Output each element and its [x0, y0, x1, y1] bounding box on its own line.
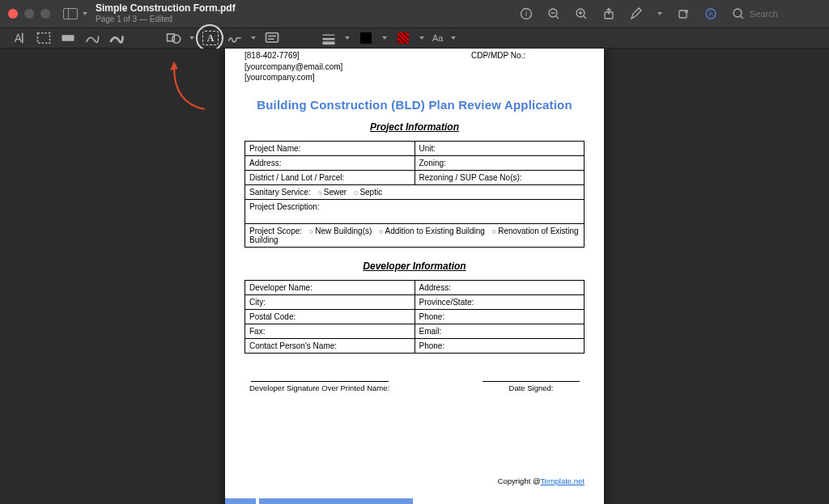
sidebar-dropdown-chevron-icon[interactable]: [83, 12, 87, 15]
search-icon: [732, 7, 745, 20]
label-project-name: Project Name:: [249, 144, 300, 153]
label-description: Project Description:: [249, 202, 320, 211]
sign-tool-icon[interactable]: [227, 31, 243, 45]
signature-line-developer: [251, 381, 389, 382]
copyright-notice: Copyright @Template.net: [498, 476, 585, 485]
rotate-icon[interactable]: [677, 7, 690, 20]
line-weight-icon[interactable]: [321, 31, 337, 45]
titlebar-right-controls: i A: [520, 7, 821, 20]
sidebar-toggle-button[interactable]: [63, 8, 78, 19]
svg-rect-19: [62, 35, 74, 41]
page-footer-decoration: [225, 498, 413, 504]
radio-new-building[interactable]: ○: [309, 227, 313, 235]
project-info-table: Project Name: Unit: Address: Zoning: Dis…: [244, 141, 585, 248]
label-zoning: Zoning:: [419, 159, 446, 167]
highlight-icon[interactable]: A: [704, 7, 717, 20]
label-dev-address: Address:: [419, 283, 451, 292]
label-dev-postal: Postal Code:: [249, 312, 295, 321]
label-dev-phone: Phone:: [419, 312, 445, 321]
font-style-chevron-icon[interactable]: [451, 36, 456, 40]
svg-rect-18: [38, 33, 50, 44]
label-dev-contact: Contact Person's Name:: [249, 341, 337, 350]
document-main-title: Building Construction (BLD) Plan Review …: [244, 98, 585, 112]
label-sig-developer: Developer Signature Over Printed Name:: [249, 383, 389, 392]
shapes-dropdown-chevron-icon[interactable]: [189, 36, 194, 40]
svg-point-14: [733, 9, 742, 17]
text-box-tool[interactable]: A Text: [202, 31, 219, 45]
svg-line-3: [556, 16, 559, 19]
sketch-fill-tool-icon[interactable]: [108, 31, 125, 45]
svg-line-6: [584, 16, 586, 19]
radio-sewer[interactable]: ○: [317, 188, 321, 197]
zoom-window-button[interactable]: [40, 9, 50, 19]
markup-pencil-icon[interactable]: [630, 7, 643, 20]
header-phone: [818-402-7769]: [244, 50, 342, 61]
signature-block: Developer Signature Over Printed Name: D…: [244, 381, 585, 392]
label-address: Address:: [249, 159, 281, 167]
markup-dropdown-chevron-icon[interactable]: [657, 12, 662, 15]
stroke-color-chevron-icon[interactable]: [382, 36, 387, 40]
search-box[interactable]: [732, 7, 821, 20]
header-site: [yourcompany.com]: [244, 72, 342, 83]
svg-text:A: A: [708, 10, 713, 18]
developer-info-table: Developer Name: Address: City: Province/…: [244, 280, 585, 354]
document-title: Simple Construction Form.pdf: [96, 3, 236, 15]
label-sanitary: Sanitary Service:: [249, 188, 311, 197]
svg-line-15: [741, 16, 743, 19]
fill-color-swatch[interactable]: [395, 31, 411, 45]
share-icon[interactable]: [602, 7, 615, 20]
shapes-tool-icon[interactable]: [165, 31, 181, 45]
section-developer-info: Developer Information: [244, 260, 585, 272]
search-input[interactable]: [750, 9, 814, 19]
svg-text:i: i: [525, 10, 527, 18]
svg-rect-22: [266, 33, 278, 42]
radio-renovation[interactable]: ○: [492, 227, 496, 235]
pdf-page: [818-402-7769] [yourcompany@email.com] […: [225, 49, 604, 504]
label-dev-phone2: Phone:: [419, 341, 445, 350]
header-email: [yourcompany@email.com]: [244, 61, 342, 73]
info-icon[interactable]: i: [520, 7, 533, 20]
note-tool-icon[interactable]: [264, 31, 280, 45]
letterhead: [818-402-7769] [yourcompany@email.com] […: [244, 49, 585, 83]
sketch-tool-icon[interactable]: [84, 31, 100, 45]
font-style-button[interactable]: Aa: [432, 33, 443, 43]
svg-text:A: A: [15, 32, 23, 44]
label-dev-fax: Fax:: [249, 327, 265, 336]
zoom-out-icon[interactable]: [547, 7, 560, 20]
redact-tool-icon[interactable]: [60, 31, 76, 45]
minimize-window-button[interactable]: [24, 9, 34, 19]
zoom-in-icon[interactable]: [575, 7, 588, 20]
label-unit: Unit:: [419, 144, 436, 153]
label-dev-email: Email:: [419, 327, 442, 336]
radio-addition[interactable]: ○: [379, 227, 383, 235]
svg-point-21: [172, 35, 181, 43]
copyright-link[interactable]: Template.net: [541, 476, 585, 485]
document-subtitle: Page 1 of 3 — Edited: [96, 15, 236, 24]
line-weight-chevron-icon[interactable]: [345, 36, 350, 40]
fill-color-chevron-icon[interactable]: [419, 36, 424, 40]
label-dev-city: City:: [249, 298, 266, 307]
label-scope: Project Scope:: [249, 227, 302, 235]
radio-septic[interactable]: ○: [354, 188, 358, 197]
window-titlebar: Simple Construction Form.pdf Page 1 of 3…: [0, 0, 829, 28]
markup-toolbar: A A Text Aa: [0, 28, 829, 49]
signature-line-date: [483, 381, 580, 382]
window-traffic-lights: [8, 9, 50, 19]
sign-dropdown-chevron-icon[interactable]: [251, 36, 256, 40]
rectangle-select-tool-icon[interactable]: [36, 31, 52, 45]
section-project-info: Project Information: [244, 121, 585, 133]
stroke-color-swatch[interactable]: [358, 31, 374, 45]
label-dev-province: Province/State:: [419, 298, 474, 307]
label-sig-date: Date Signed:: [509, 383, 554, 392]
close-window-button[interactable]: [8, 9, 18, 19]
document-viewport[interactable]: [818-402-7769] [yourcompany@email.com] […: [0, 49, 829, 504]
file-info: Simple Construction Form.pdf Page 1 of 3…: [96, 3, 236, 23]
text-select-tool-icon[interactable]: A: [11, 31, 28, 45]
header-cdp: CDP/MDP No.:: [471, 50, 585, 61]
label-rezoning: Rezoning / SUP Case No(s):: [419, 173, 522, 182]
label-dev-name: Developer Name:: [249, 283, 312, 292]
label-district: District / Land Lot / Parcel:: [249, 173, 344, 182]
